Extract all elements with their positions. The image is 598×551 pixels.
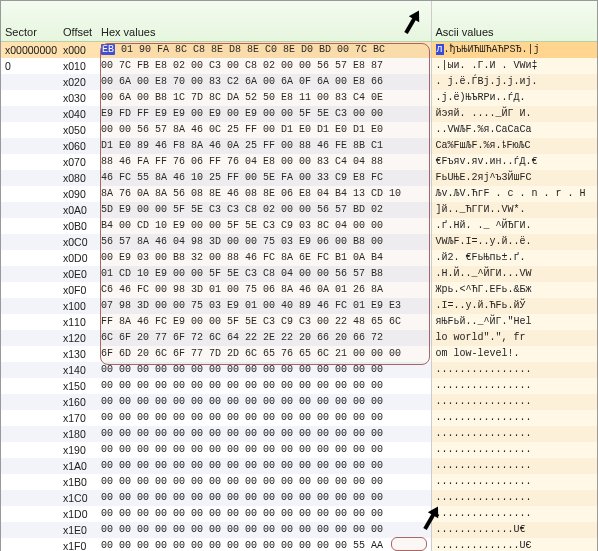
table-row[interactable]: x1E000 00 00 00 00 00 00 00 00 00 00 00 … (1, 522, 597, 538)
table-row[interactable]: x18000 00 00 00 00 00 00 00 00 00 00 00 … (1, 426, 597, 442)
hex-cell[interactable]: 01 CD 10 E9 00 00 5F 5E C3 C8 04 00 00 5… (97, 266, 431, 282)
table-row[interactable]: x0E001 CD 10 E9 00 00 5F 5E C3 C8 04 00 … (1, 266, 597, 282)
table-row[interactable]: x08046 FC 55 8A 46 10 25 FF 00 5E FA 00 … (1, 170, 597, 186)
ascii-cell[interactable]: ..VWЉF.%я.СаСаСа (431, 122, 597, 138)
hex-cell[interactable]: 00 7C FB E8 02 00 C3 00 C8 02 00 00 56 5… (97, 58, 431, 74)
hex-cell[interactable]: 00 00 00 00 00 00 00 00 00 00 00 00 00 0… (97, 362, 431, 378)
ascii-cell[interactable]: ................ (431, 362, 597, 378)
table-row[interactable]: 0x01000 7C FB E8 02 00 C3 00 C8 02 00 00… (1, 58, 597, 74)
ascii-cell[interactable]: ................ (431, 442, 597, 458)
ascii-cell[interactable]: ................ (431, 378, 597, 394)
table-row[interactable]: x16000 00 00 00 00 00 00 00 00 00 00 00 … (1, 394, 597, 410)
ascii-cell[interactable]: Жрь.<^ЋГ.ЕFь.&Бж (431, 282, 597, 298)
header-hex[interactable]: Hex values (97, 1, 431, 41)
hex-cell[interactable]: 6C 6F 20 77 6F 72 6C 64 22 2E 22 20 66 2… (97, 330, 431, 346)
ascii-cell[interactable]: .Н.Й.._^ЙГИ...VW (431, 266, 597, 282)
hex-cell[interactable]: 00 E9 03 00 B8 32 00 88 46 FC 8A 6E FC B… (97, 250, 431, 266)
hex-cell[interactable]: 00 00 56 57 8A 46 0C 25 FF 00 D1 E0 D1 E… (97, 122, 431, 138)
table-row[interactable]: x040E9 FD FF E9 E9 00 E9 00 E9 00 00 5F … (1, 106, 597, 122)
table-row[interactable]: x03000 6A 00 B8 1C 7D 8C DA 52 50 E8 11 … (1, 90, 597, 106)
ascii-cell[interactable]: FьUЊЕ.2яj^ъ3ЙшFC (431, 170, 597, 186)
hex-cell[interactable]: 07 98 3D 00 00 75 03 E9 01 00 40 89 46 F… (97, 298, 431, 314)
table-row[interactable]: x19000 00 00 00 00 00 00 00 00 00 00 00 … (1, 442, 597, 458)
ascii-cell[interactable]: .й2. €FьЊпь±.ґ. (431, 250, 597, 266)
ascii-cell[interactable]: .I=..у.й.ЋFь.йЎ (431, 298, 597, 314)
header-ascii[interactable]: Ascii values (431, 1, 597, 41)
ascii-cell[interactable]: яЊFьй.._^ЙГ."Hel (431, 314, 597, 330)
header-sector[interactable]: Sector (1, 1, 59, 41)
hex-cell[interactable]: 00 00 00 00 00 00 00 00 00 00 00 00 00 0… (97, 410, 431, 426)
hex-cell[interactable]: FF 8A 46 FC E9 00 00 5F 5E C3 C9 C3 00 2… (97, 314, 431, 330)
hex-cell[interactable]: C6 46 FC 00 98 3D 01 00 75 06 8A 46 0A 0… (97, 282, 431, 298)
ascii-cell[interactable]: .ґ.Нй. ._ ^ЙЂГИ. (431, 218, 597, 234)
hex-cell[interactable]: 00 00 00 00 00 00 00 00 00 00 00 00 00 0… (97, 506, 431, 522)
table-row[interactable]: x0F0C6 46 FC 00 98 3D 01 00 75 06 8A 46 … (1, 282, 597, 298)
ascii-cell[interactable]: .............U€ (431, 522, 597, 538)
table-row[interactable]: x02000 6A 00 E8 70 00 83 C2 6A 00 6A 0F … (1, 74, 597, 90)
ascii-cell[interactable]: ]й.._ЋГГИ..VW*. (431, 202, 597, 218)
ascii-cell[interactable]: lo world".", fr (431, 330, 597, 346)
ascii-cell[interactable]: ..............UЄ (431, 538, 597, 552)
ascii-cell[interactable]: . j.ё.ЃВj.j.j.иj. (431, 74, 597, 90)
hex-cell[interactable]: EB 01 90 FA 8C C8 8E D8 8E C0 8E D0 BD 0… (97, 41, 431, 58)
hex-cell[interactable]: 00 00 00 00 00 00 00 00 00 00 00 00 00 0… (97, 442, 431, 458)
table-row[interactable]: x0A05D E9 00 00 5F 5E C3 C3 C8 02 00 00 … (1, 202, 597, 218)
hex-cell[interactable]: 00 6A 00 E8 70 00 83 C2 6A 00 6A 0F 6A 0… (97, 74, 431, 90)
header-offset[interactable]: Offset (59, 1, 97, 41)
table-row[interactable]: x17000 00 00 00 00 00 00 00 00 00 00 00 … (1, 410, 597, 426)
hex-cell[interactable]: 00 00 00 00 00 00 00 00 00 00 00 00 00 0… (97, 490, 431, 506)
ascii-cell[interactable]: .|ыи. .Г.И . VWи‡ (431, 58, 597, 74)
table-row[interactable]: x1D000 00 00 00 00 00 00 00 00 00 00 00 … (1, 506, 597, 522)
table-row[interactable]: x0908A 76 0A 8A 56 08 8E 46 08 8E 06 E8 … (1, 186, 597, 202)
hex-cell[interactable]: B4 00 CD 10 E9 00 00 5F 5E C3 C9 03 8C 0… (97, 218, 431, 234)
table-row[interactable]: x0D000 E9 03 00 B8 32 00 88 46 FC 8A 6E … (1, 250, 597, 266)
hex-cell[interactable]: 00 00 00 00 00 00 00 00 00 00 00 00 00 0… (97, 474, 431, 490)
table-row[interactable]: x1A000 00 00 00 00 00 00 00 00 00 00 00 … (1, 458, 597, 474)
ascii-cell[interactable]: ................ (431, 506, 597, 522)
table-row[interactable]: x1B000 00 00 00 00 00 00 00 00 00 00 00 … (1, 474, 597, 490)
hex-cell[interactable]: 88 46 FA FF 76 06 FF 76 04 E8 00 00 83 C… (97, 154, 431, 170)
ascii-cell[interactable]: ................ (431, 490, 597, 506)
table-row[interactable]: x05000 00 56 57 8A 46 0C 25 FF 00 D1 E0 … (1, 122, 597, 138)
ascii-cell[interactable]: л.ђъЊИЋШЋАЋРSЂ.|ј (431, 41, 597, 58)
hex-cell[interactable]: 56 57 8A 46 04 98 3D 00 00 75 03 E9 06 0… (97, 234, 431, 250)
hex-cell[interactable]: 00 00 00 00 00 00 00 00 00 00 00 00 00 0… (97, 458, 431, 474)
table-row[interactable]: x0C056 57 8A 46 04 98 3D 00 00 75 03 E9 … (1, 234, 597, 250)
table-row[interactable]: x15000 00 00 00 00 00 00 00 00 00 00 00 … (1, 378, 597, 394)
table-row[interactable]: x00000000x000EB 01 90 FA 8C C8 8E D8 8E … (1, 41, 597, 58)
hex-cell[interactable]: 00 00 00 00 00 00 00 00 00 00 00 00 00 0… (97, 394, 431, 410)
ascii-cell[interactable]: VWЉF.I=..у.й..ё. (431, 234, 597, 250)
ascii-cell[interactable]: ................ (431, 458, 597, 474)
hex-cell[interactable]: 6F 6D 20 6C 6F 77 7D 2D 6C 65 76 65 6C 2… (97, 346, 431, 362)
table-row[interactable]: x1C000 00 00 00 00 00 00 00 00 00 00 00 … (1, 490, 597, 506)
table-row[interactable]: x110FF 8A 46 FC E9 00 00 5F 5E C3 C9 C3 … (1, 314, 597, 330)
ascii-cell[interactable]: om low-level!. (431, 346, 597, 362)
hex-cell[interactable]: 00 00 00 00 00 00 00 00 00 00 00 00 00 0… (97, 538, 431, 552)
hex-cell[interactable]: 8A 76 0A 8A 56 08 8E 46 08 8E 06 E8 04 B… (97, 186, 431, 202)
ascii-cell[interactable]: Са%FшЉF.%я.ᲇFюЉС (431, 138, 597, 154)
hex-cell[interactable]: 00 00 00 00 00 00 00 00 00 00 00 00 00 0… (97, 522, 431, 538)
ascii-cell[interactable]: ................ (431, 410, 597, 426)
ascii-cell[interactable]: .j.ё)ЊЪRPи..ѓД. (431, 90, 597, 106)
ascii-cell[interactable]: ................ (431, 426, 597, 442)
table-row[interactable]: x1306F 6D 20 6C 6F 77 7D 2D 6C 65 76 65 … (1, 346, 597, 362)
hex-cell[interactable]: D1 E0 89 46 F8 8A 46 0A 25 FF 00 88 46 F… (97, 138, 431, 154)
table-row[interactable]: x0B0B4 00 CD 10 E9 00 00 5F 5E C3 C9 03 … (1, 218, 597, 234)
hex-cell[interactable]: 00 00 00 00 00 00 00 00 00 00 00 00 00 0… (97, 426, 431, 442)
table-row[interactable]: x1F000 00 00 00 00 00 00 00 00 00 00 00 … (1, 538, 597, 552)
ascii-cell[interactable]: €Fъяv.яv.ин..ѓД.€ (431, 154, 597, 170)
hex-cell[interactable]: 5D E9 00 00 5F 5E C3 C3 C8 02 00 00 56 5… (97, 202, 431, 218)
hex-cell[interactable]: 00 6A 00 B8 1C 7D 8C DA 52 50 E8 11 00 8… (97, 90, 431, 106)
hex-cell[interactable]: 46 FC 55 8A 46 10 25 FF 00 5E FA 00 33 C… (97, 170, 431, 186)
hex-cell[interactable]: E9 FD FF E9 E9 00 E9 00 E9 00 00 5F 5E C… (97, 106, 431, 122)
table-row[interactable]: x060D1 E0 89 46 F8 8A 46 0A 25 FF 00 88 … (1, 138, 597, 154)
hex-cell[interactable]: 00 00 00 00 00 00 00 00 00 00 00 00 00 0… (97, 378, 431, 394)
ascii-cell[interactable]: йэяй. ...._ЙГ И. (431, 106, 597, 122)
table-row[interactable]: x1206C 6F 20 77 6F 72 6C 64 22 2E 22 20 … (1, 330, 597, 346)
table-row[interactable]: x10007 98 3D 00 00 75 03 E9 01 00 40 89 … (1, 298, 597, 314)
ascii-cell[interactable]: ................ (431, 394, 597, 410)
table-row[interactable]: x07088 46 FA FF 76 06 FF 76 04 E8 00 00 … (1, 154, 597, 170)
ascii-cell[interactable]: Љv.ЉV.ЋгF . с . n . r . Н (431, 186, 597, 202)
table-row[interactable]: x14000 00 00 00 00 00 00 00 00 00 00 00 … (1, 362, 597, 378)
ascii-cell[interactable]: ................ (431, 474, 597, 490)
